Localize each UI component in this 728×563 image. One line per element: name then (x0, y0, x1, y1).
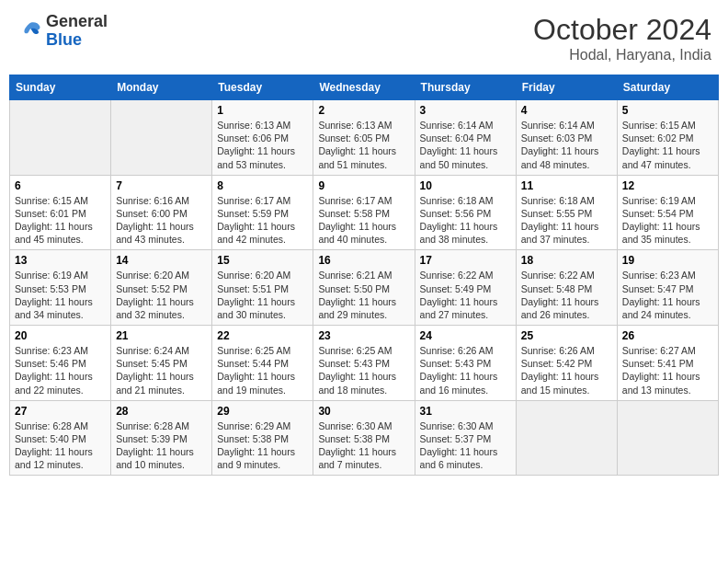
day-number: 23 (318, 329, 409, 342)
day-info: Sunrise: 6:13 AM Sunset: 6:05 PM Dayligh… (318, 119, 409, 171)
calendar-cell (617, 400, 718, 476)
calendar-cell: 15Sunrise: 6:20 AM Sunset: 5:51 PM Dayli… (212, 250, 313, 326)
day-number: 7 (116, 179, 207, 192)
day-info: Sunrise: 6:16 AM Sunset: 6:00 PM Dayligh… (116, 194, 207, 247)
day-info: Sunrise: 6:28 AM Sunset: 5:40 PM Dayligh… (15, 419, 106, 472)
calendar-cell: 8Sunrise: 6:17 AM Sunset: 5:59 PM Daylig… (212, 175, 313, 250)
calendar-header: SundayMondayTuesdayWednesdayThursdayFrid… (10, 75, 719, 100)
day-info: Sunrise: 6:28 AM Sunset: 5:39 PM Dayligh… (116, 419, 207, 472)
calendar-cell: 27Sunrise: 6:28 AM Sunset: 5:40 PM Dayli… (10, 400, 111, 476)
day-number: 10 (420, 179, 511, 192)
day-info: Sunrise: 6:26 AM Sunset: 5:43 PM Dayligh… (420, 344, 511, 396)
day-number: 13 (15, 254, 106, 267)
day-number: 21 (116, 329, 207, 342)
header-saturday: Saturday (617, 75, 718, 100)
week-row-2: 13Sunrise: 6:19 AM Sunset: 5:53 PM Dayli… (10, 250, 719, 326)
calendar-cell: 22Sunrise: 6:25 AM Sunset: 5:44 PM Dayli… (212, 326, 313, 401)
day-info: Sunrise: 6:27 AM Sunset: 5:41 PM Dayligh… (622, 344, 713, 396)
calendar-cell: 1Sunrise: 6:13 AM Sunset: 6:06 PM Daylig… (212, 100, 313, 176)
day-number: 30 (318, 405, 409, 418)
header-friday: Friday (516, 75, 617, 100)
day-number: 28 (116, 405, 207, 418)
day-info: Sunrise: 6:14 AM Sunset: 6:04 PM Dayligh… (420, 119, 511, 171)
day-info: Sunrise: 6:26 AM Sunset: 5:42 PM Dayligh… (521, 344, 612, 396)
calendar-cell: 10Sunrise: 6:18 AM Sunset: 5:56 PM Dayli… (415, 175, 516, 250)
logo-bird-icon (17, 18, 42, 44)
day-number: 14 (116, 254, 207, 267)
day-number: 6 (15, 179, 106, 192)
calendar-body: 1Sunrise: 6:13 AM Sunset: 6:06 PM Daylig… (10, 100, 719, 476)
calendar-cell: 31Sunrise: 6:30 AM Sunset: 5:37 PM Dayli… (415, 400, 516, 476)
calendar-cell: 5Sunrise: 6:15 AM Sunset: 6:02 PM Daylig… (617, 100, 718, 176)
calendar-cell: 4Sunrise: 6:14 AM Sunset: 6:03 PM Daylig… (516, 100, 617, 176)
calendar-cell (10, 100, 111, 176)
day-info: Sunrise: 6:22 AM Sunset: 5:48 PM Dayligh… (521, 269, 612, 321)
day-number: 12 (622, 179, 713, 192)
day-number: 25 (521, 329, 612, 342)
calendar-cell: 19Sunrise: 6:23 AM Sunset: 5:47 PM Dayli… (617, 250, 718, 326)
day-info: Sunrise: 6:17 AM Sunset: 5:58 PM Dayligh… (318, 194, 409, 247)
day-number: 22 (217, 329, 308, 342)
day-info: Sunrise: 6:19 AM Sunset: 5:54 PM Dayligh… (622, 194, 713, 247)
logo-blue: Blue (46, 31, 108, 50)
day-info: Sunrise: 6:18 AM Sunset: 5:55 PM Dayligh… (521, 194, 612, 247)
calendar-cell: 3Sunrise: 6:14 AM Sunset: 6:04 PM Daylig… (415, 100, 516, 176)
day-info: Sunrise: 6:24 AM Sunset: 5:45 PM Dayligh… (116, 344, 207, 396)
week-row-4: 27Sunrise: 6:28 AM Sunset: 5:40 PM Dayli… (10, 400, 719, 476)
day-info: Sunrise: 6:15 AM Sunset: 6:02 PM Dayligh… (622, 119, 713, 171)
header-monday: Monday (111, 75, 212, 100)
calendar-cell: 17Sunrise: 6:22 AM Sunset: 5:49 PM Dayli… (415, 250, 516, 326)
calendar-cell: 2Sunrise: 6:13 AM Sunset: 6:05 PM Daylig… (313, 100, 415, 176)
day-number: 31 (420, 405, 511, 418)
day-number: 9 (318, 179, 409, 192)
logo-text: General Blue (46, 13, 108, 50)
day-info: Sunrise: 6:23 AM Sunset: 5:47 PM Dayligh… (622, 269, 713, 321)
day-number: 29 (217, 405, 308, 418)
header-wednesday: Wednesday (313, 75, 415, 100)
day-info: Sunrise: 6:22 AM Sunset: 5:49 PM Dayligh… (420, 269, 511, 321)
calendar-cell: 24Sunrise: 6:26 AM Sunset: 5:43 PM Dayli… (415, 326, 516, 401)
day-info: Sunrise: 6:20 AM Sunset: 5:51 PM Dayligh… (217, 269, 308, 321)
calendar-cell: 23Sunrise: 6:25 AM Sunset: 5:43 PM Dayli… (313, 326, 415, 401)
day-number: 5 (622, 104, 713, 117)
calendar-cell: 18Sunrise: 6:22 AM Sunset: 5:48 PM Dayli… (516, 250, 617, 326)
day-info: Sunrise: 6:21 AM Sunset: 5:50 PM Dayligh… (318, 269, 409, 321)
day-info: Sunrise: 6:30 AM Sunset: 5:37 PM Dayligh… (420, 419, 511, 472)
header-sunday: Sunday (10, 75, 111, 100)
calendar-cell: 29Sunrise: 6:29 AM Sunset: 5:38 PM Dayli… (212, 400, 313, 476)
week-row-0: 1Sunrise: 6:13 AM Sunset: 6:06 PM Daylig… (10, 100, 719, 176)
week-row-1: 6Sunrise: 6:15 AM Sunset: 6:01 PM Daylig… (10, 175, 719, 250)
calendar-table: SundayMondayTuesdayWednesdayThursdayFrid… (9, 75, 719, 476)
day-info: Sunrise: 6:20 AM Sunset: 5:52 PM Dayligh… (116, 269, 207, 321)
header-tuesday: Tuesday (212, 75, 313, 100)
calendar-cell: 13Sunrise: 6:19 AM Sunset: 5:53 PM Dayli… (10, 250, 111, 326)
calendar-cell: 12Sunrise: 6:19 AM Sunset: 5:54 PM Dayli… (617, 175, 718, 250)
day-info: Sunrise: 6:14 AM Sunset: 6:03 PM Dayligh… (521, 119, 612, 171)
day-number: 20 (15, 329, 106, 342)
title-block: October 2024 Hodal, Haryana, India (533, 13, 711, 63)
calendar-cell: 28Sunrise: 6:28 AM Sunset: 5:39 PM Dayli… (111, 400, 212, 476)
page-header: General Blue October 2024 Hodal, Haryana… (9, 9, 719, 67)
calendar-cell: 16Sunrise: 6:21 AM Sunset: 5:50 PM Dayli… (313, 250, 415, 326)
day-number: 17 (420, 254, 511, 267)
header-thursday: Thursday (415, 75, 516, 100)
day-number: 16 (318, 254, 409, 267)
day-number: 4 (521, 104, 612, 117)
day-number: 19 (622, 254, 713, 267)
calendar-cell: 26Sunrise: 6:27 AM Sunset: 5:41 PM Dayli… (617, 326, 718, 401)
header-row: SundayMondayTuesdayWednesdayThursdayFrid… (10, 75, 719, 100)
calendar-cell: 30Sunrise: 6:30 AM Sunset: 5:38 PM Dayli… (313, 400, 415, 476)
calendar-cell (111, 100, 212, 176)
day-number: 1 (217, 104, 308, 117)
day-number: 27 (15, 405, 106, 418)
day-number: 8 (217, 179, 308, 192)
location: Hodal, Haryana, India (533, 47, 711, 63)
calendar-cell: 11Sunrise: 6:18 AM Sunset: 5:55 PM Dayli… (516, 175, 617, 250)
week-row-3: 20Sunrise: 6:23 AM Sunset: 5:46 PM Dayli… (10, 326, 719, 401)
day-info: Sunrise: 6:19 AM Sunset: 5:53 PM Dayligh… (15, 269, 106, 321)
day-info: Sunrise: 6:23 AM Sunset: 5:46 PM Dayligh… (15, 344, 106, 396)
logo-general: General (46, 13, 108, 31)
calendar-cell: 6Sunrise: 6:15 AM Sunset: 6:01 PM Daylig… (10, 175, 111, 250)
day-number: 15 (217, 254, 308, 267)
calendar-cell: 21Sunrise: 6:24 AM Sunset: 5:45 PM Dayli… (111, 326, 212, 401)
